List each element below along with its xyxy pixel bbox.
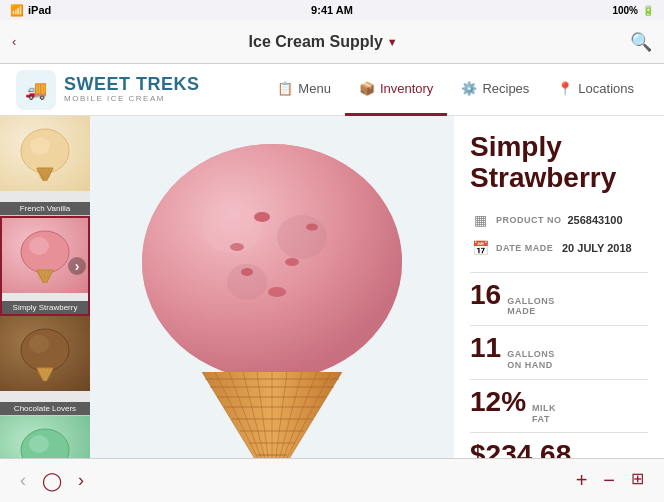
status-device: iPad — [28, 4, 51, 16]
active-arrow-icon: › — [68, 257, 86, 275]
simply-strawberry-label: Simply Strawberry — [2, 301, 88, 314]
bottom-bar: ‹ ◯ › + − ⊞ — [0, 458, 664, 502]
product-meta: ▦ PRODUCT NO 256843100 📅 DATE MADE 20 JU… — [470, 210, 648, 258]
divider-3 — [470, 379, 648, 380]
sidebar-item-simply-strawberry[interactable]: › Simply Strawberry — [0, 216, 90, 316]
date-made-label: DATE MADE — [496, 243, 556, 253]
locations-icon: 📍 — [557, 81, 573, 96]
main-content: French Vanilla › Simply — [0, 116, 664, 458]
remove-button[interactable]: − — [603, 469, 615, 492]
add-button[interactable]: + — [576, 469, 588, 492]
mostly-mint-image — [0, 416, 90, 458]
total-value-row: $234.68 TOTAL VALUE — [470, 441, 648, 458]
tab-locations-label: Locations — [578, 81, 634, 96]
detail-panel: Simply Strawberry ▦ PRODUCT NO 256843100… — [454, 116, 664, 458]
tab-locations[interactable]: 📍 Locations — [543, 64, 648, 116]
nav-bar: ‹ Ice Cream Supply ▼ 🔍 — [0, 20, 664, 64]
status-time: 9:41 AM — [311, 4, 353, 16]
next-button[interactable]: › — [78, 470, 84, 492]
date-made-row: 📅 DATE MADE 20 JULY 2018 — [470, 238, 648, 258]
wifi-icon: 📶 — [10, 4, 24, 17]
status-bar: 📶 iPad 9:41 AM 100% 🔋 — [0, 0, 664, 20]
battery-icon: 🔋 — [642, 5, 654, 16]
sidebar-item-mostly-mint[interactable]: Mostly Mint — [0, 416, 90, 458]
brand-sub: MOBILE ICE CREAM — [64, 95, 200, 104]
product-name-line1: Simply — [470, 131, 562, 162]
product-name: Simply Strawberry — [470, 132, 648, 194]
svg-point-49 — [285, 258, 299, 266]
gallons-on-hand-number: 11 — [470, 334, 501, 362]
svg-point-46 — [277, 215, 327, 259]
calendar-icon: 📅 — [470, 238, 490, 258]
nav-dropdown-arrow[interactable]: ▼ — [387, 36, 398, 48]
prev-button[interactable]: ‹ — [20, 470, 26, 492]
milk-fat-label: MILK FAT — [532, 403, 556, 425]
product-no-row: ▦ PRODUCT NO 256843100 — [470, 210, 648, 230]
svg-point-24 — [29, 335, 49, 353]
gallons-made-number: 16 — [470, 281, 501, 309]
status-right: 100% 🔋 — [612, 5, 654, 16]
gallons-made-label: GALLONS MADE — [507, 296, 555, 318]
chevron-left-icon: ‹ — [12, 34, 16, 49]
milk-fat-number: 12% — [470, 388, 526, 416]
svg-point-51 — [268, 287, 286, 297]
nav-tabs: 📋 Menu 📦 Inventory ⚙️ Recipes 📍 Location… — [263, 64, 648, 116]
bottom-nav: ‹ ◯ › — [20, 470, 84, 492]
svg-point-52 — [306, 224, 318, 231]
logo-text: SWEET TREKS MOBILE ICE CREAM — [64, 75, 200, 104]
back-button[interactable]: ‹ — [12, 34, 16, 49]
svg-point-48 — [254, 212, 270, 222]
product-image-area — [90, 116, 454, 458]
status-left: 📶 iPad — [10, 4, 51, 17]
recipes-icon: ⚙️ — [461, 81, 477, 96]
total-value-number: $234.68 — [470, 441, 571, 458]
french-vanilla-label: French Vanilla — [0, 202, 90, 215]
divider-1 — [470, 272, 648, 273]
nav-title-text: Ice Cream Supply — [249, 33, 383, 51]
gallons-on-hand-label: GALLONS ON HAND — [507, 349, 555, 371]
tab-recipes-label: Recipes — [482, 81, 529, 96]
battery-label: 100% — [612, 5, 638, 16]
simply-strawberry-image — [2, 218, 88, 293]
app-header: 🚚 SWEET TREKS MOBILE ICE CREAM 📋 Menu 📦 … — [0, 64, 664, 116]
tab-recipes[interactable]: ⚙️ Recipes — [447, 64, 543, 116]
tab-menu[interactable]: 📋 Menu — [263, 64, 345, 116]
home-button[interactable]: ◯ — [42, 470, 62, 492]
tab-inventory[interactable]: 📦 Inventory — [345, 64, 447, 116]
product-no-label: PRODUCT NO — [496, 215, 562, 225]
tab-inventory-label: Inventory — [380, 81, 433, 96]
sidebar: French Vanilla › Simply — [0, 116, 90, 458]
menu-icon: 📋 — [277, 81, 293, 96]
chocolate-lovers-label: Chocolate Lovers — [0, 402, 90, 415]
product-no-value: 256843100 — [568, 214, 623, 226]
gallons-on-hand-row: 11 GALLONS ON HAND — [470, 334, 648, 371]
divider-2 — [470, 325, 648, 326]
sidebar-item-french-vanilla[interactable]: French Vanilla — [0, 116, 90, 216]
svg-point-53 — [230, 243, 244, 251]
strawberry-icecream-svg — [102, 116, 442, 458]
total-value-label: TOTAL VALUE — [577, 456, 609, 458]
barcode-icon: ▦ — [470, 210, 490, 230]
chocolate-lovers-image — [0, 316, 90, 391]
bottom-tools: + − ⊞ — [576, 469, 644, 492]
truck-icon: 🚚 — [25, 79, 47, 101]
tab-menu-label: Menu — [298, 81, 331, 96]
french-vanilla-image — [0, 116, 90, 191]
gallons-made-row: 16 GALLONS MADE — [470, 281, 648, 318]
search-icon[interactable]: 🔍 — [630, 31, 652, 53]
svg-point-50 — [241, 268, 253, 276]
brand-name: SWEET TREKS — [64, 75, 200, 95]
sidebar-item-chocolate-lovers[interactable]: Chocolate Lovers — [0, 316, 90, 416]
milk-fat-row: 12% MILK FAT — [470, 388, 648, 425]
date-made-value: 20 JULY 2018 — [562, 242, 632, 254]
svg-point-34 — [29, 435, 49, 453]
nav-title: Ice Cream Supply ▼ — [249, 33, 398, 51]
logo-area: 🚚 SWEET TREKS MOBILE ICE CREAM — [16, 70, 200, 110]
product-name-line2: Strawberry — [470, 162, 616, 193]
divider-4 — [470, 432, 648, 433]
grid-button[interactable]: ⊞ — [631, 469, 644, 492]
svg-point-13 — [29, 237, 49, 255]
logo-icon: 🚚 — [16, 70, 56, 110]
svg-point-1 — [30, 137, 50, 155]
inventory-icon: 📦 — [359, 81, 375, 96]
